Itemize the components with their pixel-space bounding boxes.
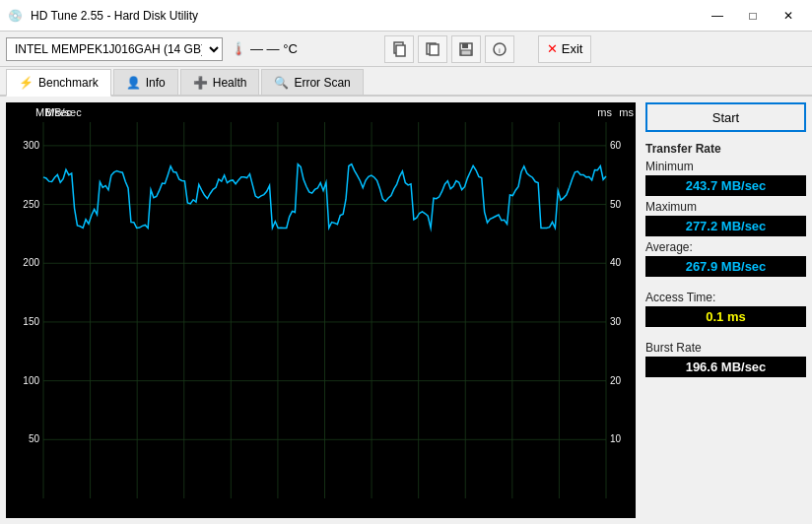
start-button[interactable]: Start (645, 102, 806, 132)
save-button[interactable] (451, 35, 481, 63)
title-bar-left: 💿 HD Tune 2.55 - Hard Disk Utility (8, 9, 198, 23)
average-label: Average: (645, 240, 806, 254)
svg-rect-6 (461, 50, 471, 55)
minimum-label: Minimum (645, 160, 806, 173)
y-axis-right-label: ms (597, 106, 612, 118)
right-panel: Start Transfer Rate Minimum 243.7 MB/sec… (640, 97, 812, 524)
window-controls: — □ ✕ (702, 6, 804, 26)
copy2-button[interactable] (418, 35, 447, 63)
disk-select[interactable]: INTEL MEMPEK1J016GAH (14 GB) (6, 37, 223, 61)
maximum-label: Maximum (645, 200, 806, 214)
average-value: 267.9 MB/sec (645, 256, 806, 277)
access-time-value: 0.1 ms (645, 306, 806, 327)
tab-info[interactable]: 👤 Info (113, 69, 178, 95)
burst-rate-label: Burst Rate (645, 341, 806, 355)
toolbar-icons: i ✕ Exit (384, 35, 592, 63)
benchmark-canvas (6, 102, 636, 518)
info-button[interactable]: i (485, 35, 514, 63)
access-time-label: Access Time: (645, 291, 806, 304)
app-icon: 💿 (8, 9, 23, 23)
svg-rect-3 (430, 44, 439, 55)
toolbar: INTEL MEMPEK1J016GAH (14 GB) 🌡️ — — °C (0, 32, 812, 67)
tab-health[interactable]: ➕ Health (180, 69, 260, 95)
transfer-rate-section: Transfer Rate Minimum 243.7 MB/sec Maxim… (645, 142, 806, 281)
maximize-button[interactable]: □ (737, 6, 769, 26)
svg-text:i: i (499, 46, 501, 55)
exit-x-icon: ✕ (547, 41, 558, 56)
tabs: ⚡ Benchmark 👤 Info ➕ Health 🔍 Error Scan (0, 67, 812, 97)
info-tab-label: Info (146, 76, 166, 90)
temp-display: 🌡️ — — °C (231, 41, 298, 56)
main-content: MB/sec ms Start Transfer Rate Minimum 24… (0, 97, 812, 524)
svg-rect-5 (462, 43, 468, 48)
error-scan-tab-label: Error Scan (294, 76, 350, 90)
y-axis-left-label: MB/sec (35, 106, 72, 118)
info-tab-icon: 👤 (126, 76, 141, 90)
temp-value: — — °C (250, 41, 298, 56)
copy1-icon (391, 41, 407, 57)
info-icon: i (492, 41, 508, 57)
save-icon (458, 41, 474, 57)
window-title: HD Tune 2.55 - Hard Disk Utility (31, 9, 198, 23)
benchmark-tab-icon: ⚡ (19, 76, 34, 90)
error-scan-tab-icon: 🔍 (274, 76, 289, 90)
tab-benchmark[interactable]: ⚡ Benchmark (6, 69, 111, 97)
copy2-icon (425, 41, 440, 57)
close-button[interactable]: ✕ (773, 6, 804, 26)
maximum-value: 277.2 MB/sec (645, 216, 806, 236)
copy1-button[interactable] (384, 35, 414, 63)
title-bar: 💿 HD Tune 2.55 - Hard Disk Utility — □ ✕ (0, 0, 812, 32)
burst-rate-value: 196.6 MB/sec (645, 357, 806, 377)
chart-area: MB/sec ms (6, 102, 636, 518)
tab-error-scan[interactable]: 🔍 Error Scan (261, 69, 363, 95)
exit-label: Exit (562, 41, 583, 56)
health-tab-icon: ➕ (193, 76, 208, 90)
exit-button[interactable]: ✕ Exit (538, 35, 592, 63)
health-tab-label: Health (213, 76, 247, 90)
svg-rect-1 (396, 45, 405, 56)
access-time-section: Access Time: 0.1 ms (645, 291, 806, 331)
benchmark-tab-label: Benchmark (38, 76, 99, 90)
minimize-button[interactable]: — (702, 6, 733, 26)
minimum-value: 243.7 MB/sec (645, 175, 806, 196)
burst-rate-section: Burst Rate 196.6 MB/sec (645, 341, 806, 381)
transfer-rate-title: Transfer Rate (645, 142, 806, 156)
